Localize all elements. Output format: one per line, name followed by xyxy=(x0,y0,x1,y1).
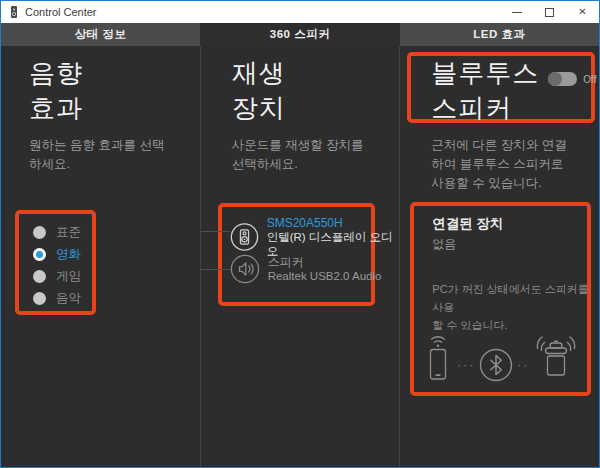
radio-label: 음악 xyxy=(56,290,81,307)
tab-bar: 상태 정보 360 스피커 LED 효과 xyxy=(1,23,599,46)
device-row-speaker[interactable]: 스피커 Realtek USB2.0 Audio xyxy=(230,254,382,284)
flow-dots: ·· xyxy=(517,358,529,372)
connected-devices-note: PC가 꺼진 상태에서도 스피커를 사용 할 수 있습니다. xyxy=(432,280,599,334)
radio-selected-icon xyxy=(33,248,46,261)
radio-label: 표준 xyxy=(56,224,81,241)
panel-bluetooth-speaker: 블루투스 스피커 Off 근처에 다른 장치와 연결 하여 블루투스 스피커로 … xyxy=(399,46,599,467)
window-controls: ✕ xyxy=(500,1,599,23)
connector-line xyxy=(201,231,230,232)
speaker-cabinet-icon xyxy=(230,222,259,252)
speaker-volume-icon xyxy=(230,254,260,284)
toggle-knob-icon xyxy=(548,72,562,86)
device-name: 스피커 xyxy=(268,255,382,269)
maximize-button[interactable] xyxy=(533,1,566,23)
playback-description: 사운드를 재생할 장치를 선택하세요. xyxy=(232,136,364,174)
device-name: SMS20A550H xyxy=(267,216,400,230)
device-row-sms20a550h[interactable]: SMS20A550H 인텔(R) 디스플레이 오디오 xyxy=(230,216,400,258)
radio-icon xyxy=(33,226,46,239)
tab-led-effect[interactable]: LED 효과 xyxy=(400,23,599,46)
radio-icon xyxy=(33,270,46,283)
connected-devices-value: 없음 xyxy=(432,236,456,253)
minimize-icon xyxy=(512,12,522,13)
content-area: 음향 효과 원하는 음향 효과를 선택 하세요. 표준 영화 게임 xyxy=(1,46,599,467)
sound-effects-title: 음향 효과 xyxy=(29,56,83,126)
control-center-window: Control Center ✕ 상태 정보 360 스피커 LED 효과 음향… xyxy=(0,0,600,468)
connected-devices-title: 연결된 장치 xyxy=(432,215,503,233)
toggle-state-label: Off xyxy=(583,74,596,85)
bluetooth-title: 블루투스 스피커 xyxy=(431,56,539,126)
radio-label: 게임 xyxy=(56,268,81,285)
radio-option-movie[interactable]: 영화 xyxy=(33,247,81,261)
close-button[interactable]: ✕ xyxy=(566,1,599,23)
radio-label: 영화 xyxy=(56,246,81,263)
bluetooth-flow-illustration: ··· ·· xyxy=(423,334,579,384)
device-detail: Realtek USB2.0 Audio xyxy=(268,269,382,283)
panel-sound-effects: 음향 효과 원하는 음향 효과를 선택 하세요. 표준 영화 게임 xyxy=(1,46,200,467)
playback-title: 재생 장치 xyxy=(232,56,286,126)
app-icon xyxy=(8,5,20,19)
bluetooth-toggle[interactable] xyxy=(548,72,577,86)
speaker-360-icon xyxy=(533,334,579,384)
close-icon: ✕ xyxy=(578,7,586,17)
titlebar: Control Center ✕ xyxy=(1,1,599,23)
minimize-button[interactable] xyxy=(500,1,533,23)
radio-icon xyxy=(33,292,46,305)
flow-dots: ··· xyxy=(457,358,475,372)
radio-option-game[interactable]: 게임 xyxy=(33,269,81,283)
radio-option-music[interactable]: 음악 xyxy=(33,291,81,305)
tab-status-info[interactable]: 상태 정보 xyxy=(1,23,200,46)
bluetooth-circle-icon xyxy=(479,348,513,382)
panel-playback-device: 재생 장치 사운드를 재생할 장치를 선택하세요. xyxy=(200,46,400,467)
maximize-icon xyxy=(545,8,554,17)
bluetooth-description: 근처에 다른 장치와 연결 하여 블루투스 스피커로 사용할 수 있습니다. xyxy=(431,136,566,193)
window-title: Control Center xyxy=(25,6,97,18)
connector-line xyxy=(201,269,230,270)
sound-effects-description: 원하는 음향 효과를 선택 하세요. xyxy=(29,136,164,174)
phone-signal-icon xyxy=(423,334,453,384)
tab-360-speaker[interactable]: 360 스피커 xyxy=(200,23,399,46)
radio-option-standard[interactable]: 표준 xyxy=(33,225,81,239)
